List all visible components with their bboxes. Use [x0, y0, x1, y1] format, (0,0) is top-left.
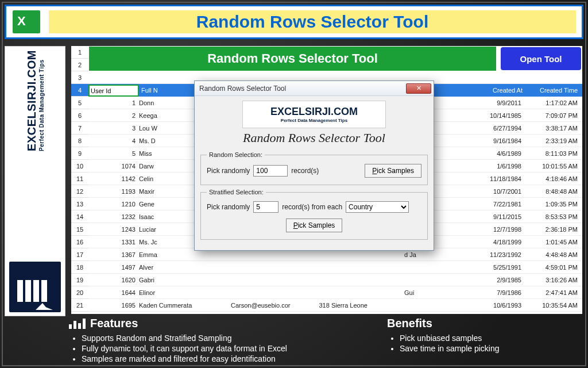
- dialog-brand-sub: Perfect Data Management Tips: [281, 118, 347, 123]
- strat-pick-button[interactable]: Pick Samples: [286, 218, 343, 232]
- features-title: Features: [90, 317, 138, 330]
- row-number[interactable]: 8: [71, 135, 88, 147]
- cell-date: 1/6/1998: [473, 163, 525, 170]
- header-user-id[interactable]: User Id: [88, 85, 139, 97]
- header-created-time: Created Time: [525, 87, 582, 94]
- cell-ext: Gui: [404, 289, 473, 296]
- cell-date: 7/9/1986: [473, 289, 525, 296]
- close-button[interactable]: ✕: [406, 83, 431, 94]
- features-column: Features Supports Random and Stratified …: [69, 317, 387, 365]
- cell-name: Kaden Cummerata: [139, 302, 208, 309]
- dialog-titlebar[interactable]: Random Rows Selector Tool ✕: [195, 81, 434, 96]
- row-number[interactable]: 9: [71, 147, 88, 160]
- cell-id: 1210: [88, 201, 139, 208]
- cell-date: 9/16/1984: [473, 137, 525, 144]
- cell-time: 4:59:01 PM: [525, 264, 582, 271]
- table-row[interactable]: 1620Gabri2/9/19853:16:26 AM: [88, 274, 582, 286]
- cell-name: Alver: [139, 264, 208, 271]
- row-number[interactable]: 19: [71, 274, 88, 286]
- row-number[interactable]: 7: [71, 122, 88, 135]
- row-number[interactable]: 17: [71, 248, 88, 261]
- cell-name: Gabri: [139, 277, 208, 283]
- table-row[interactable]: 1644ElinorGui7/9/19862:47:41 AM: [88, 286, 582, 299]
- cell-time: 3:16:26 AM: [525, 277, 582, 283]
- random-count-input[interactable]: [253, 165, 288, 177]
- title-strip: Random Rows Selector Tool: [49, 10, 576, 33]
- dialog-heading: Random Rows Selector Tool: [200, 131, 428, 145]
- cell-id: 1620: [88, 277, 139, 283]
- cell-name: Emma: [139, 251, 208, 258]
- cell-name: Elinor: [139, 289, 208, 296]
- cell-date: 10/6/1993: [473, 302, 525, 309]
- row-number[interactable]: 3: [71, 71, 88, 84]
- cell-id: 1142: [88, 175, 139, 182]
- row-number[interactable]: 10: [71, 160, 88, 172]
- cell-date: 6/27/1994: [473, 125, 525, 132]
- top-banner: Random Rows Selector Tool: [5, 5, 583, 39]
- cell-id: 4: [88, 137, 139, 144]
- cell-id: 1232: [88, 213, 139, 220]
- strat-field-select[interactable]: Country: [346, 201, 409, 213]
- open-tool-button[interactable]: Open Tool: [501, 47, 581, 70]
- cell-id: 1243: [88, 226, 139, 233]
- cell-ext: d Ja: [404, 251, 473, 258]
- row-number[interactable]: 2: [71, 59, 88, 71]
- random-label-post: record(s): [291, 167, 319, 175]
- cell-date: 10/14/1985: [473, 112, 525, 119]
- cell-id: 2: [88, 112, 139, 119]
- stratified-legend: Stratified Selection:: [207, 189, 266, 195]
- cell-id: 1331: [88, 239, 139, 246]
- cell-date: 5/25/1991: [473, 264, 525, 271]
- cell-date: 7/22/1981: [473, 201, 525, 208]
- cell-id: 1644: [88, 289, 139, 296]
- cell-date: 10/7/2001: [473, 188, 525, 195]
- benefits-title: Benefits: [387, 317, 432, 330]
- cell-time: 2:47:41 AM: [525, 289, 582, 296]
- cell-time: 10:01:55 AM: [525, 163, 582, 170]
- row-number[interactable]: 1: [71, 46, 88, 59]
- dialog-brand: EXCELSIRJI.COM: [270, 106, 358, 118]
- strat-label-pre: Pick randomly: [207, 203, 250, 211]
- cell-time: 8:53:53 PM: [525, 213, 582, 220]
- cell-date: 11/18/1984: [473, 175, 525, 182]
- row-number[interactable]: 11: [71, 172, 88, 185]
- page-title: Random Rows Selector Tool: [196, 12, 429, 32]
- feature-item: Fully dynamic tool, it can support any d…: [82, 344, 387, 353]
- row-number[interactable]: 6: [71, 109, 88, 122]
- cell-time: 2:36:18 PM: [525, 226, 582, 233]
- random-pick-button[interactable]: Pick Samples: [365, 164, 421, 178]
- cell-time: 3:38:17 AM: [525, 125, 582, 132]
- row-number[interactable]: 5: [71, 97, 88, 109]
- feature-item: Supports Random and Stratified Sampling: [82, 334, 387, 343]
- bars-icon: [69, 319, 86, 329]
- cell-time: 1:17:02 AM: [525, 99, 582, 106]
- dialog-brand-logo: EXCELSIRJI.COM Perfect Data Management T…: [242, 101, 386, 128]
- cell-date: 9/9/2011: [473, 99, 525, 106]
- brand-picto-icon: [9, 262, 61, 312]
- cell-id: 1497: [88, 264, 139, 271]
- tool-dialog: Random Rows Selector Tool ✕ EXCELSIRJI.C…: [194, 80, 434, 251]
- row-number[interactable]: 14: [71, 210, 88, 223]
- sheet-title: Random Rows Selector Tool: [88, 46, 500, 71]
- cell-date: 11/23/1992: [473, 251, 525, 258]
- benefits-column: Benefits Pick unbiased samplesSave time …: [387, 317, 582, 365]
- row-number[interactable]: 13: [71, 198, 88, 210]
- cell-id: 1074: [88, 163, 139, 170]
- random-label-pre: Pick randomly: [207, 167, 250, 175]
- table-row[interactable]: 1695Kaden CummerataCarson@eusebio.cor318…: [88, 299, 582, 312]
- cell-time: 7:09:07 PM: [525, 112, 582, 119]
- cell-date: 12/7/1998: [473, 226, 525, 233]
- row-number[interactable]: 4: [71, 84, 88, 97]
- benefit-item: Pick unbiased samples: [400, 334, 582, 343]
- row-number[interactable]: 16: [71, 236, 88, 248]
- row-number[interactable]: 15: [71, 223, 88, 236]
- cell-time: 8:11:03 PM: [525, 150, 582, 157]
- row-number[interactable]: 12: [71, 185, 88, 198]
- strat-count-input[interactable]: [253, 201, 278, 213]
- row-number[interactable]: 18: [71, 261, 88, 274]
- table-row[interactable]: 1497Alver5/25/19914:59:01 PM: [88, 261, 582, 274]
- row-number[interactable]: 20: [71, 286, 88, 299]
- feature-item: Samples are marked and filtered for easy…: [82, 354, 387, 363]
- random-legend: Random Selection:: [207, 151, 265, 158]
- row-number[interactable]: 21: [71, 299, 88, 312]
